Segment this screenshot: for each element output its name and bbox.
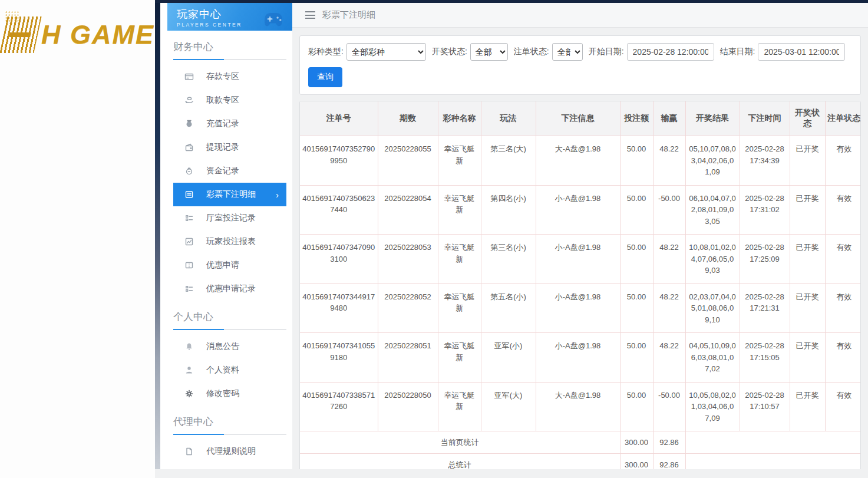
cell-win-loss: 48.22	[653, 136, 685, 186]
lottery-type-label: 彩种类型:	[308, 47, 344, 57]
table-row: 401569174073527909950 20250228055 幸运飞艇新 …	[300, 136, 861, 186]
col-period: 期数	[378, 101, 438, 136]
sidebar-item-promo-apply-records[interactable]: 优惠申请记录	[173, 277, 286, 301]
col-bet-amount: 投注额	[620, 101, 653, 136]
cell-bet-time: 2025-02-28 17:34:39	[740, 136, 790, 186]
sidebar-item-agent-rules[interactable]: 代理规则说明	[173, 440, 286, 463]
content-body: 彩种类型: 全部彩种 开奖状态: 全部 注单状态: 全部 开始日期: 结束日期:	[292, 28, 868, 478]
file-icon	[184, 447, 194, 456]
sidebar-item-withdraw-records[interactable]: 提现记录	[173, 136, 286, 159]
cell-period: 20250228054	[378, 185, 438, 235]
person-icon	[184, 365, 194, 375]
sidebar-item-label: 优惠申请记录	[206, 283, 256, 294]
sidebar-item-funds-records[interactable]: 资金记录	[173, 159, 286, 183]
start-date-label: 开始日期:	[589, 47, 624, 57]
chevron-right-icon: ›	[276, 190, 279, 200]
hand-coin-icon	[184, 95, 194, 105]
cell-draw-result: 05,10,07,08,03,04,02,06,01,09	[685, 136, 740, 186]
summary-blank	[685, 431, 861, 454]
cell-bet-amount: 50.00	[620, 185, 653, 235]
report-icon	[184, 237, 194, 246]
table-header-row: 注单号 期数 彩种名称 玩法 下注信息 投注额 输赢 开奖结果 下注时间 开奖状…	[300, 101, 861, 136]
cell-lottery-name: 幸运飞艇新	[438, 235, 481, 284]
cell-bet-time: 2025-02-28 17:21:31	[740, 283, 790, 333]
cell-order-no: 401569174073506237440	[300, 185, 378, 235]
purse-icon	[184, 166, 194, 176]
cell-order-status: 有效	[825, 136, 861, 186]
cell-draw-status: 已开奖	[790, 283, 825, 333]
cell-draw-status: 已开奖	[790, 136, 825, 186]
cell-order-no: 401569174073385717260	[300, 382, 378, 431]
cell-bet-info: 小-A盘@1.98	[536, 333, 620, 383]
logo-area: H GAME	[0, 0, 155, 478]
order-status-label: 注单状态:	[514, 47, 549, 57]
cell-order-no: 401569174073470903100	[300, 235, 378, 284]
sidebar-item-lottery-bet-details[interactable]: 彩票下注明细 ›	[173, 183, 286, 206]
sidebar-item-profile[interactable]: 个人资料	[173, 358, 286, 382]
order-status-select[interactable]: 全部	[552, 43, 583, 61]
cell-bet-amount: 50.00	[620, 333, 653, 383]
gear-icon	[184, 389, 194, 398]
cell-order-no: 401569174073410559180	[300, 333, 378, 383]
cell-win-loss: 48.22	[653, 235, 685, 284]
cell-lottery-name: 幸运飞艇新	[438, 185, 481, 235]
start-date-input[interactable]	[627, 43, 714, 61]
sidebar-item-withdraw-zone[interactable]: 取款专区	[173, 88, 286, 112]
section-title-agent: 代理中心	[173, 415, 292, 428]
cell-play-type: 第四名(小)	[481, 185, 536, 235]
cell-draw-status: 已开奖	[790, 185, 825, 235]
cell-bet-info: 小-A盘@1.98	[536, 283, 620, 333]
lottery-type-select[interactable]: 全部彩种	[346, 43, 426, 61]
summary-bet-total: 300.00	[620, 431, 653, 454]
sidebar-item-label: 消息公告	[206, 341, 239, 352]
cell-order-status: 有效	[825, 185, 861, 235]
sidebar-item-label: 个人资料	[206, 365, 239, 375]
cell-play-type: 亚军(大)	[481, 382, 536, 431]
bet-table: 注单号 期数 彩种名称 玩法 下注信息 投注额 输赢 开奖结果 下注时间 开奖状…	[300, 101, 861, 476]
summary-label: 当前页统计	[300, 431, 620, 454]
col-play-type: 玩法	[481, 101, 536, 136]
sidebar-item-player-bet-report[interactable]: 玩家投注报表	[173, 230, 286, 253]
col-lottery-name: 彩种名称	[438, 101, 481, 136]
sidebar-item-label: 玩家投注报表	[206, 236, 256, 247]
sidebar-item-announcements[interactable]: 消息公告	[173, 335, 286, 358]
col-bet-info: 下注信息	[536, 101, 620, 136]
cell-bet-amount: 50.00	[620, 382, 653, 431]
col-order-status: 注单状态	[825, 101, 861, 136]
card-icon	[184, 72, 194, 81]
sidebar-item-promo-apply[interactable]: 优惠申请	[173, 253, 286, 277]
sidebar-item-label: 彩票下注明细	[206, 189, 256, 200]
draw-status-label: 开奖状态:	[432, 47, 467, 57]
table-row: 401569174073506237440 20250228054 幸运飞艇新 …	[300, 185, 861, 235]
sidebar-item-hall-bet-records[interactable]: 厅室投注记录	[173, 206, 286, 230]
sidebar-item-deposit[interactable]: 存款专区	[173, 65, 286, 88]
end-date-input[interactable]	[758, 43, 845, 61]
cell-draw-result: 10,05,08,02,01,03,04,06,07,09	[685, 382, 740, 431]
hamburger-menu-icon[interactable]	[305, 11, 315, 19]
top-dark-bar	[155, 0, 868, 3]
sidebar-header: 玩家中心 PLAYERS CENTER	[167, 3, 292, 31]
bell-icon	[184, 342, 194, 351]
draw-status-select[interactable]: 全部	[470, 43, 508, 61]
cell-bet-info: 小-A盘@1.98	[536, 185, 620, 235]
cell-draw-result: 10,08,01,02,04,07,06,05,09,03	[685, 235, 740, 284]
query-button[interactable]: 查询	[308, 67, 342, 87]
cell-lottery-name: 幸运飞艇新	[438, 382, 481, 431]
cell-order-no: 401569174073527909950	[300, 136, 378, 186]
cell-draw-result: 06,10,04,07,02,08,01,09,03,05	[685, 185, 740, 235]
gamepad-icon	[258, 5, 289, 31]
section-underline	[173, 59, 286, 60]
section-title-finance: 财务中心	[173, 40, 292, 54]
sidebar-item-label: 厅室投注记录	[206, 213, 256, 223]
cell-draw-result: 02,03,07,04,05,01,08,06,09,10	[685, 283, 740, 333]
section-title-personal: 个人中心	[173, 310, 292, 324]
cell-bet-time: 2025-02-28 17:31:02	[740, 185, 790, 235]
page-title: 彩票下注明细	[322, 9, 375, 21]
bet-table-panel: 注单号 期数 彩种名称 玩法 下注信息 投注额 输赢 开奖结果 下注时间 开奖状…	[299, 101, 861, 477]
col-bet-time: 下注时间	[740, 101, 790, 136]
sidebar-item-recharge-records[interactable]: 充值记录	[173, 112, 286, 136]
records-icon	[184, 284, 194, 294]
wallet-icon	[184, 143, 194, 152]
cell-win-loss: 48.22	[653, 283, 685, 333]
sidebar-item-change-password[interactable]: 修改密码	[173, 382, 286, 406]
